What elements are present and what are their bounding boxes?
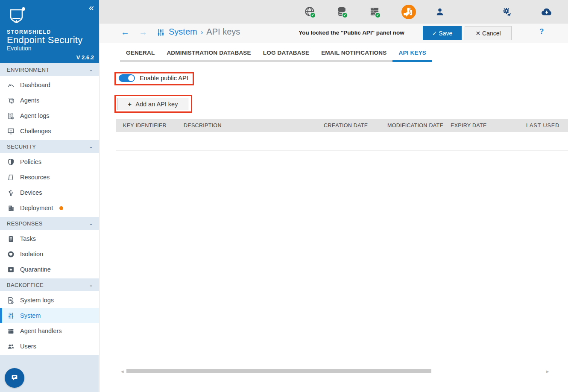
- horizontal-scrollbar-thumb[interactable]: [126, 369, 431, 373]
- sidebar-item-agent-handlers[interactable]: Agent handlers: [0, 323, 99, 339]
- toggle-knob: [128, 75, 134, 81]
- agent-logs-icon: [7, 112, 15, 120]
- save-button[interactable]: ✓ Save: [423, 26, 462, 40]
- brand-area: « STORMSHIELD Endpoint Security Evolutio…: [0, 0, 99, 63]
- column-header-key-identifier[interactable]: KEY IDENTIFIER: [123, 123, 184, 129]
- sidebar-item-system-logs[interactable]: System logs: [0, 293, 99, 308]
- user-account-button[interactable]: [431, 3, 448, 20]
- status-ok-icon: ✓: [310, 12, 316, 18]
- sidebar-item-dashboard[interactable]: Dashboard: [0, 77, 99, 93]
- sidebar-list-responses: Tasks Isolation Quarantine: [0, 230, 99, 278]
- column-header-modification-date[interactable]: MODIFICATION DATE: [387, 123, 451, 129]
- tab-email-notifications[interactable]: EMAIL NOTIFICATIONS: [315, 43, 392, 62]
- plus-icon: +: [128, 101, 132, 108]
- chevron-down-icon: ⌄: [89, 67, 93, 73]
- tab-administration-database[interactable]: ADMINISTRATION DATABASE: [161, 43, 257, 62]
- sidebar-item-label: Deployment: [20, 205, 53, 211]
- cloud-download-icon: [541, 6, 553, 18]
- sidebar-item-isolation[interactable]: Isolation: [0, 246, 99, 262]
- column-header-expiry-date[interactable]: EXPIRY DATE: [451, 123, 526, 129]
- forward-arrow-icon[interactable]: →: [139, 27, 147, 37]
- sidebar-list-backoffice: System logs System Agent handlers: [0, 291, 99, 355]
- agent-handler-status-button[interactable]: ✓: [366, 3, 383, 20]
- section-label: BACKOFFICE: [7, 282, 44, 288]
- scroll-left-icon[interactable]: ◂: [121, 368, 124, 374]
- brand-version: V 2.6.2: [76, 54, 94, 61]
- status-ok-icon: ✓: [342, 12, 348, 18]
- sidebar-item-system[interactable]: System: [0, 308, 99, 323]
- sidebar-item-label: Isolation: [20, 251, 43, 257]
- sidebar-item-tasks[interactable]: Tasks: [0, 231, 99, 246]
- sidebar-item-label: Agent handlers: [20, 328, 62, 334]
- help-button[interactable]: ?: [539, 27, 544, 36]
- internet-status-button[interactable]: ✓: [301, 3, 318, 20]
- tab-api-keys[interactable]: API KEYS: [392, 43, 432, 62]
- breadcrumb: System›API keys: [169, 27, 240, 37]
- sidebar-item-label: Agents: [20, 97, 39, 104]
- cancel-button[interactable]: ✕ Cancel: [465, 26, 512, 40]
- section-label: SECURITY: [7, 143, 36, 150]
- devices-icon: [7, 189, 15, 196]
- sidebar-collapse-icon[interactable]: «: [89, 3, 94, 13]
- sidebar-item-challenges[interactable]: Challenges: [0, 123, 99, 139]
- sidebar-section-backoffice[interactable]: BACKOFFICE ⌄: [0, 278, 99, 291]
- chat-bubble-icon: [10, 373, 19, 383]
- tab-general[interactable]: GENERAL: [120, 43, 161, 62]
- resources-icon: [7, 174, 15, 181]
- scroll-right-icon[interactable]: ▸: [546, 368, 549, 374]
- chevron-down-icon: ⌄: [89, 282, 93, 288]
- status-ok-icon: ✓: [375, 12, 381, 18]
- back-arrow-icon[interactable]: ←: [121, 27, 129, 37]
- sidebar-item-label: Tasks: [20, 235, 36, 242]
- gear-arrow-icon: [502, 7, 512, 17]
- system-breadcrumb-icon: [156, 28, 165, 39]
- isolation-icon: [7, 251, 15, 258]
- brand-name: STORMSHIELD: [7, 29, 94, 35]
- chevron-down-icon: ⌄: [89, 221, 93, 226]
- building-arrow-icon: [401, 4, 417, 20]
- check-icon: ✓: [432, 30, 437, 37]
- deployment-status-button[interactable]: [400, 3, 417, 20]
- system-icon: [7, 312, 15, 319]
- enable-public-api-toggle[interactable]: [119, 74, 135, 82]
- sidebar-item-agents[interactable]: Agents: [0, 93, 99, 108]
- sidebar-item-label: Policies: [20, 158, 41, 165]
- tasks-icon: [7, 235, 15, 243]
- updates-button[interactable]: [538, 3, 555, 20]
- sidebar-item-label: System: [20, 312, 41, 319]
- services-button[interactable]: [498, 3, 515, 20]
- tab-log-database[interactable]: LOG DATABASE: [257, 43, 315, 62]
- sidebar-item-users[interactable]: Users: [0, 339, 99, 354]
- sidebar-item-policies[interactable]: Policies: [0, 154, 99, 170]
- agents-icon: [7, 97, 15, 104]
- column-header-last-used[interactable]: LAST USED: [526, 123, 568, 129]
- sidebar-section-security[interactable]: SECURITY ⌄: [0, 140, 99, 153]
- stormshield-logo-icon: [8, 6, 27, 26]
- sidebar-item-label: Challenges: [20, 128, 51, 135]
- column-header-creation-date[interactable]: CREATION DATE: [324, 123, 387, 129]
- policies-icon: [7, 158, 15, 166]
- section-label: ENVIRONMENT: [7, 67, 49, 73]
- sidebar-list-environment: Dashboard Agents Agent logs Challen: [0, 76, 99, 140]
- sidebar-item-deployment[interactable]: Deployment: [0, 200, 99, 216]
- sidebar-section-environment[interactable]: ENVIRONMENT ⌄: [0, 63, 99, 76]
- sidebar-section-responses[interactable]: RESPONSES ⌄: [0, 217, 99, 230]
- sidebar: « STORMSHIELD Endpoint Security Evolutio…: [0, 0, 100, 392]
- chat-button[interactable]: [5, 368, 24, 388]
- column-header-description[interactable]: DESCRIPTION: [184, 123, 324, 129]
- sidebar-item-label: System logs: [20, 297, 54, 304]
- sidebar-item-agent-logs[interactable]: Agent logs: [0, 108, 99, 123]
- database-status-button[interactable]: ✓: [333, 3, 350, 20]
- tabs-bar: GENERAL ADMINISTRATION DATABASE LOG DATA…: [120, 43, 432, 64]
- breadcrumb-page: API keys: [206, 27, 240, 36]
- sidebar-item-label: Resources: [20, 174, 50, 181]
- breadcrumb-section[interactable]: System: [169, 27, 197, 36]
- brand-product: Endpoint Security: [7, 35, 94, 45]
- deployment-icon: [7, 205, 15, 212]
- sidebar-item-label: Agent logs: [20, 112, 50, 119]
- sidebar-item-devices[interactable]: Devices: [0, 185, 99, 200]
- add-api-key-button[interactable]: + Add an API key: [117, 98, 188, 110]
- sidebar-item-resources[interactable]: Resources: [0, 170, 99, 185]
- sidebar-item-quarantine[interactable]: Quarantine: [0, 262, 99, 277]
- users-icon: [7, 343, 15, 350]
